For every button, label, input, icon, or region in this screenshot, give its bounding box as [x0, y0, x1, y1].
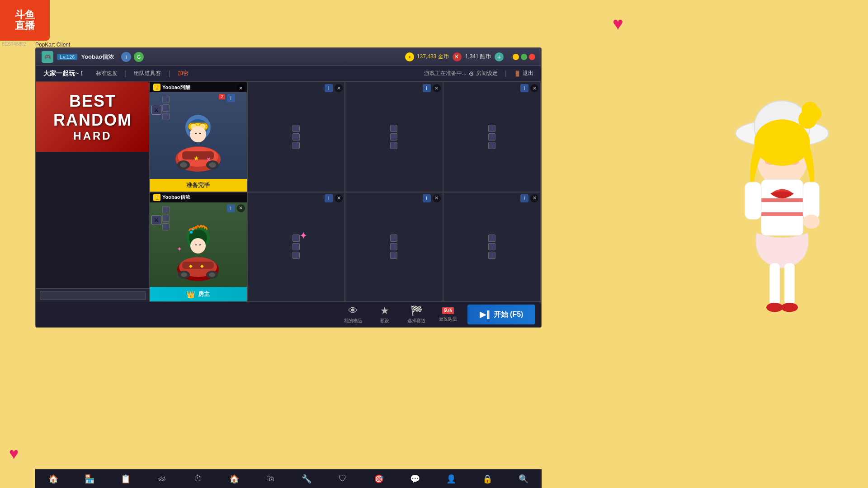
slot-2-empty [248, 82, 345, 192]
nav-user[interactable]: 👤 [442, 471, 460, 487]
player-5-close-button[interactable]: ✕ [237, 204, 245, 212]
svg-rect-11 [761, 212, 803, 216]
nav-target[interactable]: 🎯 [370, 471, 388, 487]
nav-search[interactable]: 🔍 [514, 471, 533, 487]
slot-7-info[interactable]: i [423, 194, 431, 202]
item-s6-1 [292, 235, 300, 242]
slot-6-close-button[interactable]: ✕ [335, 194, 343, 202]
player-grid: 🏆 Yoobao阿醒 ⚔ [149, 82, 541, 302]
slot-8-close-button[interactable]: ✕ [530, 194, 538, 202]
left-panel: BEST RANDOM HARD [36, 82, 149, 302]
player-1-items [162, 96, 170, 120]
nav-house[interactable]: 🏠 [225, 471, 243, 487]
player-1-weapon: ⚔ [151, 105, 161, 115]
nav-store[interactable]: 🏪 [80, 471, 99, 487]
item-s4-3 [488, 142, 495, 149]
svg-rect-10 [761, 198, 803, 202]
team-button[interactable]: 队伍 更改队伍 [432, 303, 464, 326]
slot-4-empty [443, 82, 541, 192]
player-1-char-display: ⚔ [150, 92, 247, 179]
player-slot-5: 🏆 Yoobao信浓 ⚔ [149, 192, 247, 302]
nav-chat[interactable]: 💬 [406, 471, 424, 487]
slot-3-close-button[interactable]: ✕ [433, 84, 441, 92]
slot-6-empty: ✦ [248, 192, 345, 302]
player-5-namebar: 🏆 Yoobao信浓 [150, 192, 247, 202]
slot-7-close-button[interactable]: ✕ [433, 194, 441, 202]
add-currency-button[interactable]: + [495, 52, 504, 61]
close-window-button[interactable] [529, 54, 535, 60]
player-slot-7: i ✕ [345, 192, 443, 302]
svg-point-49 [181, 272, 187, 277]
item-5-1 [162, 206, 170, 213]
nav-home[interactable]: 🏠 [44, 471, 62, 487]
slot-3-info[interactable]: i [423, 84, 431, 92]
nav-shield[interactable]: 🛡 [334, 471, 352, 487]
window-controls [513, 54, 535, 60]
room-settings-button[interactable]: ⚙ 房间设定 [468, 70, 498, 77]
track-button[interactable]: 🏁 选择赛道 [401, 303, 432, 326]
item-5-2 [162, 215, 170, 222]
nav-password[interactable]: 加密 [174, 69, 192, 78]
player-1-rank-badge: 2 [219, 94, 225, 99]
nav-wrench[interactable]: 🔧 [297, 471, 316, 487]
window-titlebar: 🎮 Lv.126 Yoobao信浓 i G ● 137,433 金币 K 1,3… [36, 48, 541, 66]
star-icon: ★ [380, 305, 389, 317]
stream-id: BEST46892 [2, 42, 26, 47]
item-1 [162, 96, 170, 103]
nav-shop[interactable]: 🛍 [261, 471, 279, 487]
player-slot-6: i ✕ ✦ [247, 192, 345, 302]
team-label: 更改队伍 [439, 316, 457, 322]
slot-6-info[interactable]: i [325, 194, 333, 202]
svg-point-1 [754, 101, 810, 152]
green-button[interactable]: G [134, 52, 144, 62]
chat-input[interactable] [40, 291, 146, 300]
player-1-info[interactable]: i [227, 94, 235, 102]
nav-kart-1[interactable]: 🏎 [153, 471, 171, 487]
gear-icon: ⚙ [468, 70, 474, 77]
map-dark-area [36, 152, 149, 288]
player-1-rank-icon: 🏆 [153, 84, 160, 91]
slot-8-info[interactable]: i [520, 194, 528, 202]
slot-4-info[interactable]: i [520, 84, 528, 92]
maximize-button[interactable] [521, 54, 527, 60]
slot-2-close-button[interactable]: ✕ [335, 84, 343, 92]
player-slot-4: i ✕ [443, 82, 541, 192]
minimize-button[interactable] [513, 54, 519, 60]
map-text-hard: HARD [73, 130, 112, 142]
slot-4-close-button[interactable]: ✕ [530, 84, 538, 92]
k-icon: K [453, 52, 462, 61]
item-s7-1 [390, 235, 397, 242]
svg-point-33 [209, 162, 216, 168]
item-s3-1 [390, 125, 397, 132]
player-5-info[interactable]: i [227, 204, 235, 212]
svg-point-24 [190, 126, 206, 142]
svg-text:◆: ◆ [200, 263, 204, 268]
map-text-random: RANDOM [53, 111, 132, 130]
player-1-name: Yoobao阿醒 [162, 84, 190, 91]
reserve-button[interactable]: ★ 预设 [369, 303, 401, 326]
svg-rect-9 [761, 180, 803, 235]
exit-icon: 🚪 [514, 70, 521, 77]
nav-timer[interactable]: ⏱ [189, 471, 207, 487]
start-button[interactable]: ▶‖ 开始 (F5) [467, 305, 535, 324]
player-5-name: Yoobao信浓 [162, 194, 190, 201]
nav-speed[interactable]: 标准速度 [92, 69, 121, 78]
nav-team-track[interactable]: 组队道具赛 [130, 69, 165, 78]
player-1-close-button[interactable]: ✕ [237, 84, 245, 92]
svg-point-40 [190, 238, 206, 253]
nav-lock[interactable]: 🔒 [478, 471, 496, 487]
exit-button[interactable]: 🚪 退出 [514, 70, 533, 77]
info-button[interactable]: i [121, 52, 131, 62]
nav-list[interactable]: 📋 [117, 471, 135, 487]
svg-point-7 [788, 158, 799, 165]
play-icon: ▶‖ [480, 310, 490, 319]
svg-text:◆: ◆ [189, 263, 193, 268]
app-titlebar: PopKart Client [35, 40, 70, 50]
svg-text:✦: ✦ [177, 245, 182, 253]
my-items-button[interactable]: 👁 我的物品 [337, 303, 369, 326]
svg-point-5 [757, 131, 808, 187]
level-badge: Lv.126 [57, 54, 77, 60]
titlebar-icons: i G [121, 52, 144, 62]
stream-logo: 斗鱼 直播 [15, 9, 35, 31]
slot-2-info[interactable]: i [325, 84, 333, 92]
